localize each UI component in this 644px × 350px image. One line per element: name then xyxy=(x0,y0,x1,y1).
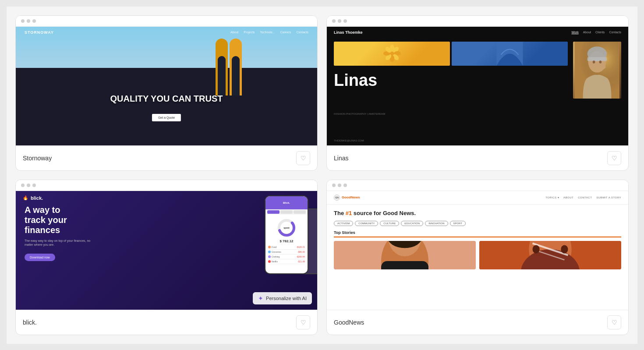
blick-favorite-button[interactable]: ♡ xyxy=(296,315,310,329)
goodnews-headline-rest: source for Good News. xyxy=(352,210,416,216)
linas-portrait xyxy=(573,42,621,99)
stornoway-nav: STORNOWAY About Projects Technolo... Car… xyxy=(16,27,317,38)
goodnews-story-image-1 xyxy=(334,241,476,269)
linas-nav-clients: Clients xyxy=(595,31,605,34)
linas-photo-1 xyxy=(334,42,450,66)
svg-point-17 xyxy=(599,64,606,69)
stornoway-arches xyxy=(216,39,242,95)
browser-dot-3 xyxy=(32,19,36,23)
goodnews-card-title: GoodNews xyxy=(334,319,364,326)
linas-nav-about: About xyxy=(583,31,591,34)
browser-dot-4 xyxy=(332,19,336,23)
stornoway-nav-tech: Technolo... xyxy=(260,31,275,34)
blick-phone-front: Blick. xyxy=(265,195,308,274)
goodnews-tag-culture: CULTURE xyxy=(380,221,399,226)
blick-transaction-netflix: Netflix -$11.99 xyxy=(268,259,305,264)
goodnews-logo: GN GoodNews xyxy=(334,194,360,201)
browser-dot-1 xyxy=(21,19,25,23)
stornoway-preview-area[interactable]: STORNOWAY About Projects Technolo... Car… xyxy=(16,27,317,145)
linas-card-title: Linas xyxy=(334,155,348,162)
linas-nav-name: Linas Thoemke xyxy=(334,30,363,35)
linas-preview-area[interactable]: Linas Thoemke Work About Clients Contact… xyxy=(327,27,628,145)
linas-nav-links: Work About Clients Contacts xyxy=(571,31,621,34)
goodnews-divider xyxy=(334,237,621,237)
goodnews-preview: GN GoodNews TOPICS ABOUT CONTACT SUBMIT … xyxy=(327,191,628,310)
blick-subtext: The easy way to stay on top of your fina… xyxy=(25,239,95,247)
browser-dot-6 xyxy=(343,19,347,23)
template-card-linas: Linas Thoemke Work About Clients Contact… xyxy=(326,15,629,171)
blick-logo-text: blick. xyxy=(31,195,43,201)
personalize-badge-text: Personalize with AI xyxy=(266,296,307,301)
svg-rect-14 xyxy=(587,57,607,61)
blick-preview-area[interactable]: 🔥 blick. A way totrack yourfinances The … xyxy=(16,191,317,310)
blick-phone-screen: Blick. xyxy=(265,196,308,273)
goodnews-card-footer: GoodNews ♡ xyxy=(327,310,628,335)
stornoway-nav-contacts: Contacts xyxy=(296,31,308,34)
goodnews-story-2 xyxy=(479,241,621,269)
goodnews-nav-topics: TOPICS xyxy=(545,196,559,199)
goodnews-logo-text: GoodNews xyxy=(342,195,360,199)
goodnews-tag-education: EDUCATION xyxy=(401,221,423,226)
blick-logo-icon: 🔥 xyxy=(23,195,28,200)
blick-phone-header: Blick. xyxy=(265,196,308,209)
linas-photo-2 xyxy=(452,42,568,66)
goodnews-headline-text: The xyxy=(334,210,346,216)
browser-chrome-blick xyxy=(16,180,317,191)
goodnews-section-title: Top Stories xyxy=(334,230,621,235)
browser-dot-11 xyxy=(338,184,341,187)
goodnews-tags: ACTIVISM COMMUNITY CULTURE EDUCATION INN… xyxy=(334,221,621,226)
goodnews-headline-highlight: #1 xyxy=(346,210,352,216)
stornoway-card-footer: Stornoway ♡ xyxy=(16,145,317,170)
goodnews-nav: GN GoodNews TOPICS ABOUT CONTACT SUBMIT … xyxy=(327,191,628,205)
stornoway-nav-about: About xyxy=(230,31,238,34)
blick-cta: Download now xyxy=(25,254,55,261)
browser-chrome-goodnews xyxy=(327,180,628,191)
goodnews-body: The #1 source for Good News. ACTIVISM CO… xyxy=(327,205,628,275)
blick-preview: 🔥 blick. A way totrack yourfinances The … xyxy=(16,191,317,310)
linas-right-column xyxy=(573,42,621,142)
blick-transaction-groceries: Groceries -$80.00 xyxy=(268,250,305,255)
browser-dot-5 xyxy=(338,19,341,23)
goodnews-favorite-button[interactable]: ♡ xyxy=(607,315,621,329)
blick-card-footer: blick. ♡ xyxy=(16,310,317,335)
template-card-goodnews: GN GoodNews TOPICS ABOUT CONTACT SUBMIT … xyxy=(326,180,629,335)
blick-amount: $ 782.12 xyxy=(265,239,308,243)
personalize-badge[interactable]: ✦ Personalize with AI xyxy=(253,292,312,304)
linas-photos xyxy=(334,42,568,66)
linas-nav-work: Work xyxy=(571,31,578,34)
goodnews-preview-area[interactable]: GN GoodNews TOPICS ABOUT CONTACT SUBMIT … xyxy=(327,191,628,310)
blick-phone-container: Blick. xyxy=(243,195,317,283)
goodnews-logo-circle: GN xyxy=(334,194,340,201)
linas-favorite-button[interactable]: ♡ xyxy=(607,151,621,165)
linas-content: Linas FASHION PHOTOGRAPHY | AMSTERDAM TH… xyxy=(327,38,628,145)
stornoway-nav-careers: Careers xyxy=(280,31,291,34)
browser-chrome-linas xyxy=(327,16,628,27)
goodnews-story-image-2 xyxy=(479,241,621,269)
blick-card-title: blick. xyxy=(23,319,37,326)
stornoway-logo: STORNOWAY xyxy=(25,30,54,35)
template-card-stornoway: STORNOWAY About Projects Technolo... Car… xyxy=(15,15,318,171)
linas-subtitle-1: FASHION PHOTOGRAPHY | AMSTERDAM xyxy=(334,113,568,115)
linas-subtitle-2: THOEMKE@LINAS.COM xyxy=(334,139,568,142)
stornoway-preview: STORNOWAY About Projects Technolo... Car… xyxy=(16,27,317,145)
linas-left-column: Linas FASHION PHOTOGRAPHY | AMSTERDAM TH… xyxy=(334,42,568,142)
svg-rect-23 xyxy=(381,261,428,269)
stornoway-headline: QUALITY YOU CAN TRUST xyxy=(110,94,223,104)
svg-point-16 xyxy=(599,60,602,64)
stornoway-favorite-button[interactable]: ♡ xyxy=(296,151,310,165)
stornoway-card-title: Stornoway xyxy=(23,155,52,162)
goodnews-stories xyxy=(334,241,621,269)
svg-point-31 xyxy=(561,245,568,253)
template-card-blick: 🔥 blick. A way totrack yourfinances The … xyxy=(15,180,318,335)
browser-dot-7 xyxy=(21,184,25,187)
goodnews-tag-community: COMMUNITY xyxy=(355,221,378,226)
goodnews-nav-submit: SUBMIT A STORY xyxy=(596,196,621,199)
linas-big-text: Linas xyxy=(334,72,568,88)
svg-point-15 xyxy=(593,60,595,64)
blick-transaction-clothing: Clothing -$260.84 xyxy=(268,255,305,259)
browser-dot-9 xyxy=(32,184,36,187)
goodnews-headline: The #1 source for Good News. xyxy=(334,210,621,216)
goodnews-story-1 xyxy=(334,241,476,269)
sparkle-icon: ✦ xyxy=(258,295,263,302)
goodnews-nav-links: TOPICS ABOUT CONTACT SUBMIT A STORY xyxy=(545,196,621,199)
